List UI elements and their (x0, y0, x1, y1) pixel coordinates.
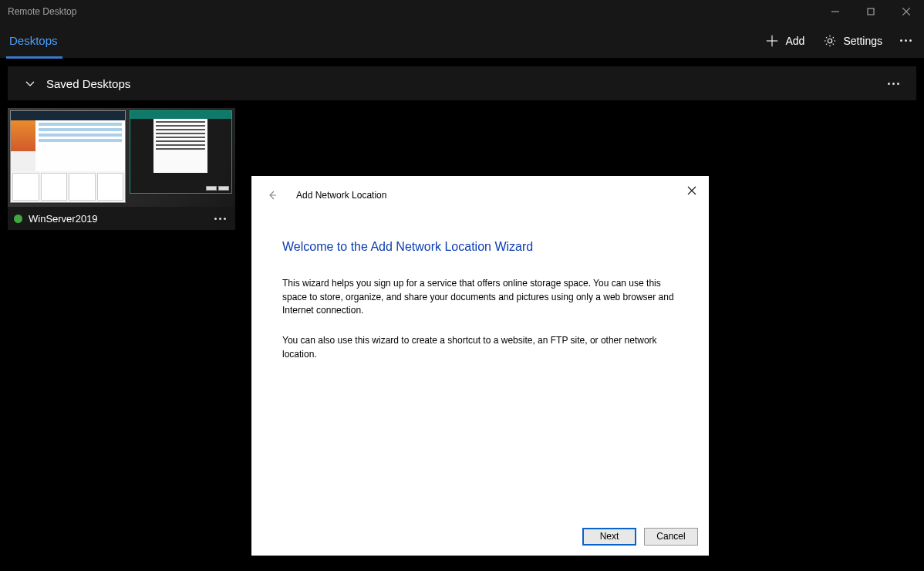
section-more-button[interactable] (882, 73, 904, 94)
dialog-heading: Welcome to the Add Network Location Wiza… (282, 238, 678, 255)
maximize-icon (867, 8, 875, 15)
close-icon (687, 186, 696, 195)
desktop-thumbnail (8, 108, 235, 207)
header-actions: Add Settings (756, 23, 924, 58)
window-close-button[interactable] (889, 0, 924, 23)
dialog-paragraph: You can also use this wizard to create a… (282, 334, 678, 361)
chevron-down-icon (25, 78, 35, 89)
desktop-name: WinServer2019 (29, 213, 204, 225)
window-title: Remote Desktop (8, 6, 818, 17)
dialog-titlebar: Add Network Location (251, 176, 709, 215)
ellipsis-icon (214, 218, 226, 220)
settings-button[interactable]: Settings (814, 23, 892, 58)
back-arrow-icon (266, 189, 278, 201)
header-more-button[interactable] (892, 23, 919, 58)
header-bar: Desktops Add Settings (0, 23, 924, 59)
add-button[interactable]: Add (756, 23, 814, 58)
svg-rect-1 (868, 8, 874, 15)
status-indicator-icon (14, 215, 22, 223)
dialog-paragraph: This wizard helps you sign up for a serv… (282, 277, 678, 317)
settings-label: Settings (843, 35, 882, 47)
tile-footer: WinServer2019 (8, 207, 235, 230)
window-minimize-button[interactable] (818, 0, 853, 23)
close-icon (902, 8, 910, 15)
tab-desktops[interactable]: Desktops (0, 23, 69, 58)
cancel-button[interactable]: Cancel (644, 528, 698, 546)
dialog-close-button[interactable] (680, 181, 704, 201)
window-titlebar: Remote Desktop (0, 0, 924, 23)
tile-more-button[interactable] (211, 209, 229, 228)
section-title: Saved Desktops (46, 77, 882, 90)
svg-point-6 (828, 39, 832, 42)
add-network-location-dialog: Add Network Location Welcome to the Add … (251, 176, 709, 556)
ellipsis-icon (888, 83, 899, 85)
window-maximize-button[interactable] (853, 0, 889, 23)
dialog-back-button[interactable] (259, 182, 285, 208)
gear-icon (823, 34, 837, 48)
tabs-area: Desktops (0, 23, 756, 58)
ellipsis-icon (900, 39, 912, 42)
dialog-title: Add Network Location (296, 190, 386, 201)
add-label: Add (785, 35, 804, 47)
plus-icon (765, 34, 779, 48)
section-header[interactable]: Saved Desktops (8, 66, 916, 100)
minimize-icon (831, 8, 839, 15)
desktop-tile[interactable]: WinServer2019 (8, 108, 235, 230)
tab-label: Desktops (9, 34, 58, 47)
window-controls (818, 0, 924, 23)
dialog-footer: Next Cancel (251, 517, 709, 556)
dialog-body: Welcome to the Add Network Location Wiza… (251, 215, 709, 517)
next-button[interactable]: Next (582, 528, 636, 546)
